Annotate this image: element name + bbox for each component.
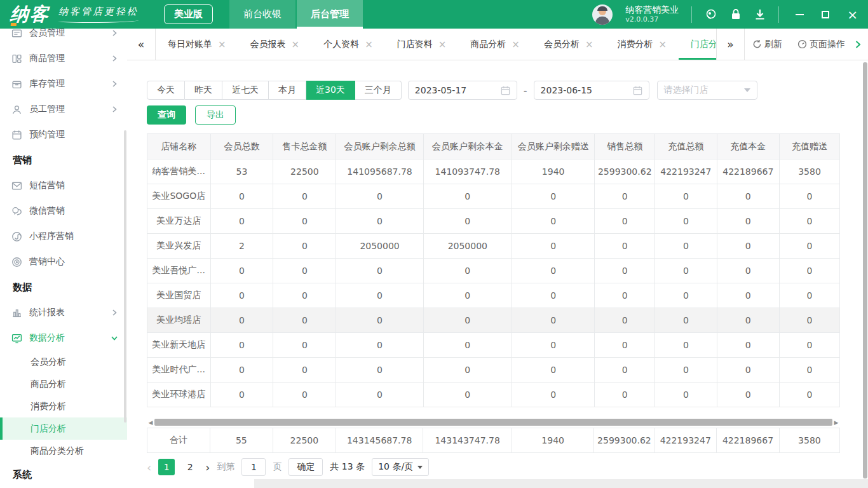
table-row[interactable]: 美业国贸店000000000 <box>147 283 840 308</box>
sidebar-item-商品管理[interactable]: 商品管理 <box>0 46 127 71</box>
sidebar-subitem-门店分析[interactable]: 门店分析 <box>0 417 127 440</box>
scroll-left-arrow-icon[interactable]: ◀ <box>147 419 154 426</box>
customer-service-icon[interactable] <box>705 8 717 21</box>
table-row[interactable]: 美业SOGO店000000000 <box>147 184 840 209</box>
sidebar-subitem-商品分类分析[interactable]: 商品分类分析 <box>0 440 127 462</box>
table-row[interactable]: 美业万达店000000000 <box>147 209 840 234</box>
table-row[interactable]: 纳客营销美...5322500141095687.78141093747.781… <box>147 159 840 184</box>
tab-门店分析[interactable]: 门店分析× <box>679 29 716 60</box>
value-cell: 0 <box>512 383 594 407</box>
tab-商品分析[interactable]: 商品分析× <box>458 29 532 60</box>
nav-front-cashier[interactable]: 前台收银 <box>229 0 295 29</box>
stores-table: 店铺名称会员总数售卡总金额会员账户剩余总额会员账户剩余本金会员账户剩余赠送销售总… <box>147 133 840 407</box>
tabs-scroll-left-icon[interactable]: « <box>127 29 156 60</box>
tab-消费分析[interactable]: 消费分析× <box>605 29 679 60</box>
date-from-field[interactable]: 2023-05-17 <box>408 81 517 100</box>
download-icon[interactable] <box>754 8 766 21</box>
confirm-button[interactable]: 确定 <box>288 458 323 476</box>
page-vertical-scrollbar[interactable] <box>863 62 867 478</box>
page-number-1[interactable]: 1 <box>158 459 175 475</box>
value-cell: 0 <box>210 333 273 358</box>
value-cell: 0 <box>210 259 273 283</box>
tab-close-icon[interactable]: × <box>218 39 226 50</box>
table-row[interactable]: 美业均瑶店000000000 <box>147 308 840 333</box>
page-operations-icon <box>797 39 807 49</box>
page-number-2[interactable]: 2 <box>182 459 198 475</box>
query-button[interactable]: 查询 <box>147 105 186 125</box>
scrollbar-thumb[interactable] <box>154 419 832 426</box>
value-cell: 0 <box>273 259 336 283</box>
value-cell: 0 <box>595 358 655 383</box>
more-operations-chevron-icon[interactable] <box>854 40 862 49</box>
tab-个人资料[interactable]: 个人资料× <box>311 29 385 60</box>
value-cell: 0 <box>336 358 423 383</box>
sidebar-item-统计报表[interactable]: 统计报表 <box>0 300 127 325</box>
sidebar-item-预约管理[interactable]: 预约管理 <box>0 122 127 147</box>
tabs-scroll-right-icon[interactable]: » <box>716 29 745 60</box>
chevron-down-icon <box>417 466 423 469</box>
goto-page-input[interactable] <box>241 458 266 476</box>
sidebar-item-营销中心[interactable]: 营销中心 <box>0 249 127 274</box>
calendar-icon[interactable] <box>501 86 510 95</box>
sidebar-item-数据分析[interactable]: 数据分析 <box>0 325 127 351</box>
page-operations-button[interactable]: 页面操作 <box>790 39 853 50</box>
page-size-select[interactable]: 10 条/页 <box>372 458 429 476</box>
sidebar-item-小程序营销[interactable]: 小程序营销 <box>0 224 127 249</box>
page-operations-label: 页面操作 <box>810 39 845 50</box>
range-button-本月[interactable]: 本月 <box>269 81 306 100</box>
table-row[interactable]: 美业兴发店202050000205000000000 <box>147 234 840 259</box>
tab-会员分析[interactable]: 会员分析× <box>532 29 606 60</box>
tab-close-icon[interactable]: × <box>292 39 300 50</box>
next-page-icon[interactable]: › <box>205 461 210 474</box>
table-row[interactable]: 美业时代广...000000000 <box>147 358 840 383</box>
nav-backend-manage[interactable]: 后台管理 <box>297 0 363 29</box>
tab-close-icon[interactable]: × <box>365 39 373 50</box>
refresh-button[interactable]: 刷新 <box>745 39 790 50</box>
store-select[interactable]: 请选择门店 <box>657 81 757 100</box>
sidebar-subitem-消费分析[interactable]: 消费分析 <box>0 395 127 417</box>
tab-每日对账单[interactable]: 每日对账单× <box>156 29 238 60</box>
tab-close-icon[interactable]: × <box>585 39 593 50</box>
sidebar-item-会员管理[interactable]: 会员管理 <box>0 29 127 46</box>
value-cell: 0 <box>780 283 840 308</box>
range-button-近30天[interactable]: 近30天 <box>306 81 355 100</box>
prev-page-icon[interactable]: ‹ <box>147 461 151 474</box>
table-row[interactable]: 美业吾悦广...000000000 <box>147 259 840 283</box>
range-button-今天[interactable]: 今天 <box>147 81 185 100</box>
tab-close-icon[interactable]: × <box>658 39 667 50</box>
value-cell: 0 <box>273 358 336 383</box>
sidebar-scrollbar[interactable] <box>124 130 126 423</box>
sidebar-item-label: 会员管理 <box>29 29 65 39</box>
value-cell: 0 <box>210 283 273 308</box>
date-to-field[interactable]: 2023-06-15 <box>534 81 649 100</box>
lock-icon[interactable] <box>730 8 742 21</box>
sidebar-item-员工管理[interactable]: 员工管理 <box>0 97 127 122</box>
sidebar-item-微信营销[interactable]: 微信营销 <box>0 198 127 224</box>
table-horizontal-scrollbar[interactable]: ◀ ▶ <box>147 418 840 426</box>
sidebar-item-库存管理[interactable]: 库存管理 <box>0 71 127 97</box>
table-row[interactable]: 美业环球港店000000000 <box>147 383 840 407</box>
user-name: 纳客营销美业 <box>625 4 679 16</box>
calendar-icon[interactable] <box>633 86 642 95</box>
tab-close-icon[interactable]: × <box>438 39 447 50</box>
range-button-近七天[interactable]: 近七天 <box>222 81 269 100</box>
value-cell: 0 <box>512 308 594 333</box>
range-button-三个月[interactable]: 三个月 <box>355 81 402 100</box>
minimize-icon[interactable] <box>796 14 804 15</box>
value-cell: 0 <box>655 209 717 234</box>
sidebar-item-短信营销[interactable]: 短信营销 <box>0 173 127 198</box>
tab-会员报表[interactable]: 会员报表× <box>238 29 312 60</box>
table-row[interactable]: 美业新天地店000000000 <box>147 333 840 358</box>
tab-门店资料[interactable]: 门店资料× <box>385 29 459 60</box>
scroll-right-arrow-icon[interactable]: ▶ <box>832 419 840 426</box>
export-button[interactable]: 导出 <box>195 105 236 125</box>
range-button-昨天[interactable]: 昨天 <box>185 81 222 100</box>
sidebar-subitem-商品分析[interactable]: 商品分析 <box>0 373 127 395</box>
total-value-cell: 422189667 <box>717 428 780 453</box>
maximize-icon[interactable] <box>822 11 829 18</box>
value-cell: 141093747.78 <box>423 159 512 184</box>
sidebar-subitem-会员分析[interactable]: 会员分析 <box>0 351 127 373</box>
user-avatar[interactable] <box>592 4 613 25</box>
close-icon[interactable]: × <box>847 8 858 21</box>
tab-close-icon[interactable]: × <box>512 39 520 50</box>
